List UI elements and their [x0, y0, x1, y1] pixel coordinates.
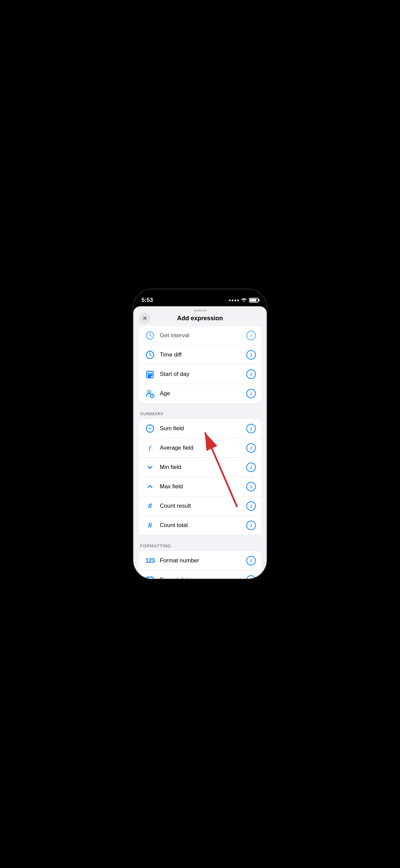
status-icons [229, 297, 259, 303]
item-label: Time diff [160, 351, 246, 358]
list-item[interactable]: Get interval i [139, 326, 261, 345]
svg-rect-10 [150, 376, 151, 377]
info-button[interactable]: i [246, 521, 256, 530]
item-label: Age [160, 390, 246, 397]
sheet-title: Add expression [177, 315, 223, 322]
drag-handle[interactable] [133, 306, 267, 313]
item-label: Count result [160, 503, 246, 509]
format-date-icon [144, 576, 156, 579]
info-button[interactable]: i [246, 575, 256, 579]
close-button[interactable]: ✕ [139, 313, 150, 324]
time-diff-icon [144, 350, 156, 359]
item-label: Sum field [160, 425, 246, 432]
time-display: 5:53 [141, 297, 153, 304]
info-button[interactable]: i [246, 424, 256, 433]
info-button[interactable]: i [246, 331, 256, 340]
status-bar: 5:53 [133, 289, 267, 306]
list-item[interactable]: 123 Format number i [139, 551, 261, 571]
formatting-section-label: FORMATTING [139, 538, 261, 551]
format-number-icon: 123 [144, 557, 156, 564]
info-button[interactable]: i [246, 556, 256, 565]
bottom-sheet: ✕ Add expression Get interval i [133, 306, 267, 579]
item-label: Average field [160, 445, 246, 451]
min-field-icon [144, 463, 156, 472]
list-item[interactable]: Max field i [139, 477, 261, 496]
calendar-icon [144, 370, 156, 379]
info-button[interactable]: i [246, 482, 256, 491]
info-button[interactable]: i [246, 369, 256, 379]
signal-icon [229, 300, 239, 301]
svg-point-11 [148, 390, 151, 393]
wifi-icon [241, 297, 247, 303]
summary-section-label: SUMMARY [139, 406, 261, 419]
svg-rect-6 [148, 375, 149, 376]
info-button[interactable]: i [246, 350, 256, 360]
list-item[interactable]: Time diff i [139, 345, 261, 365]
max-field-icon [144, 482, 156, 491]
svg-rect-17 [147, 577, 153, 579]
sheet-header: ✕ Add expression [133, 313, 267, 326]
list-item[interactable]: ƒ Average field i [139, 438, 261, 458]
info-button[interactable]: i [246, 463, 256, 472]
svg-rect-7 [150, 375, 151, 376]
list-item[interactable]: Sum field i [139, 419, 261, 438]
item-label: Get interval [160, 332, 246, 339]
sum-field-icon [144, 424, 156, 433]
datetime-card: Get interval i Time diff i [139, 326, 261, 403]
list-item[interactable]: Format date i [139, 571, 261, 579]
list-item[interactable]: Min field i [139, 458, 261, 477]
summary-card: Sum field i ƒ Average field i [139, 419, 261, 535]
info-button[interactable]: i [246, 389, 256, 398]
battery-icon [249, 298, 259, 303]
svg-rect-9 [148, 376, 149, 377]
item-label: Max field [160, 483, 246, 490]
count-total-icon: # [144, 521, 156, 530]
item-label: Count total [160, 522, 246, 529]
list-item[interactable]: Age i [139, 384, 261, 403]
clock-icon [144, 331, 156, 340]
svg-rect-8 [151, 375, 152, 376]
close-icon: ✕ [142, 315, 147, 322]
average-field-icon: ƒ [144, 444, 156, 452]
item-label: Format date [160, 577, 246, 579]
info-button[interactable]: i [246, 443, 256, 453]
list-item[interactable]: # Count total i [139, 516, 261, 535]
info-button[interactable]: i [246, 501, 256, 511]
formatting-card: 123 Format number i [139, 551, 261, 579]
item-label: Start of day [160, 371, 246, 378]
count-result-icon: # [144, 502, 156, 510]
item-label: Min field [160, 464, 246, 471]
item-label: Format number [160, 557, 246, 564]
list-item[interactable]: # Count result i [139, 496, 261, 516]
age-icon [144, 389, 156, 398]
scroll-content[interactable]: Get interval i Time diff i [133, 326, 267, 579]
list-item[interactable]: Start of day i [139, 365, 261, 384]
